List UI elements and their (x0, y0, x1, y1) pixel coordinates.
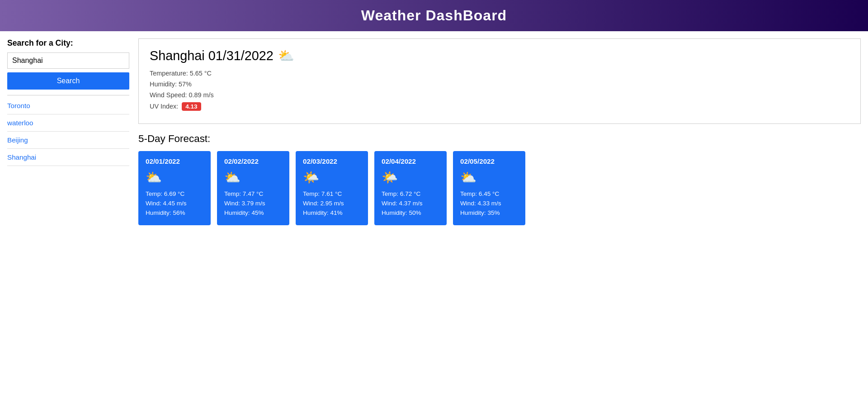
sidebar-divider (7, 95, 129, 95)
temperature-value: 5.65 °C (190, 70, 212, 77)
history-item[interactable]: Toronto (7, 97, 129, 114)
forecast-date: 02/03/2022 (303, 157, 361, 165)
forecast-temp: Temp: 6.72 °C (382, 190, 439, 197)
forecast-card: 02/03/2022 🌤️ Temp: 7.61 °C Wind: 2.95 m… (296, 151, 368, 225)
humidity-label: Humidity: (150, 81, 177, 88)
wind-value: 0.89 m/s (189, 91, 213, 99)
forecast-wind: Wind: 4.45 m/s (146, 200, 203, 207)
current-city-name: Shanghai 01/31/2022 (150, 48, 274, 63)
forecast-icon: ⛅ (460, 170, 518, 185)
forecast-icon: ⛅ (146, 170, 203, 185)
sidebar: Search for a City: Search Torontowaterlo… (7, 38, 129, 410)
city-search-input[interactable] (7, 52, 129, 69)
wind-label: Wind Speed: (150, 91, 187, 99)
uv-row: UV Index: 4.13 (150, 102, 849, 111)
history-item[interactable]: waterloo (7, 114, 129, 132)
humidity-row: Humidity: 57% (150, 81, 849, 88)
search-label: Search for a City: (7, 38, 129, 48)
forecast-humidity: Humidity: 50% (382, 209, 439, 216)
forecast-humidity: Humidity: 41% (303, 209, 361, 216)
app-header: Weather DashBoard (0, 0, 868, 31)
history-item[interactable]: Shanghai (7, 149, 129, 166)
forecast-card: 02/04/2022 🌤️ Temp: 6.72 °C Wind: 4.37 m… (374, 151, 447, 225)
forecast-wind: Wind: 3.79 m/s (224, 200, 282, 207)
forecast-title: 5-Day Forecast: (138, 133, 861, 145)
forecast-date: 02/02/2022 (224, 157, 282, 165)
forecast-humidity: Humidity: 56% (146, 209, 203, 216)
forecast-card: 02/02/2022 ⛅ Temp: 7.47 °C Wind: 3.79 m/… (217, 151, 289, 225)
forecast-temp: Temp: 6.69 °C (146, 190, 203, 197)
content-area: Shanghai 01/31/2022 ⛅ Temperature: 5.65 … (138, 38, 861, 410)
forecast-wind: Wind: 4.37 m/s (382, 200, 439, 207)
forecast-date: 02/04/2022 (382, 157, 439, 165)
forecast-icon: 🌤️ (382, 170, 439, 185)
forecast-grid: 02/01/2022 ⛅ Temp: 6.69 °C Wind: 4.45 m/… (138, 151, 861, 225)
forecast-temp: Temp: 7.47 °C (224, 190, 282, 197)
forecast-humidity: Humidity: 45% (224, 209, 282, 216)
uv-badge: 4.13 (182, 102, 201, 111)
forecast-card: 02/05/2022 ⛅ Temp: 6.45 °C Wind: 4.33 m/… (453, 151, 525, 225)
main-layout: Search for a City: Search Torontowaterlo… (0, 31, 868, 417)
history-item[interactable]: Beijing (7, 132, 129, 149)
current-weather-icon: ⛅ (278, 48, 294, 63)
forecast-humidity: Humidity: 35% (460, 209, 518, 216)
forecast-icon: ⛅ (224, 170, 282, 185)
search-button[interactable]: Search (7, 72, 129, 90)
forecast-temp: Temp: 6.45 °C (460, 190, 518, 197)
forecast-card: 02/01/2022 ⛅ Temp: 6.69 °C Wind: 4.45 m/… (138, 151, 211, 225)
forecast-date: 02/01/2022 (146, 157, 203, 165)
current-city-title: Shanghai 01/31/2022 ⛅ (150, 48, 849, 63)
forecast-icon: 🌤️ (303, 170, 361, 185)
temperature-label: Temperature: (150, 70, 188, 77)
app-title: Weather DashBoard (361, 7, 507, 24)
temperature-row: Temperature: 5.65 °C (150, 70, 849, 77)
wind-row: Wind Speed: 0.89 m/s (150, 91, 849, 99)
forecast-wind: Wind: 2.95 m/s (303, 200, 361, 207)
uv-label: UV Index: (150, 103, 178, 110)
forecast-wind: Wind: 4.33 m/s (460, 200, 518, 207)
search-history-list: TorontowaterlooBeijingShanghai (7, 97, 129, 166)
humidity-value: 57% (179, 81, 192, 88)
forecast-temp: Temp: 7.61 °C (303, 190, 361, 197)
forecast-date: 02/05/2022 (460, 157, 518, 165)
current-weather-card: Shanghai 01/31/2022 ⛅ Temperature: 5.65 … (138, 38, 861, 124)
